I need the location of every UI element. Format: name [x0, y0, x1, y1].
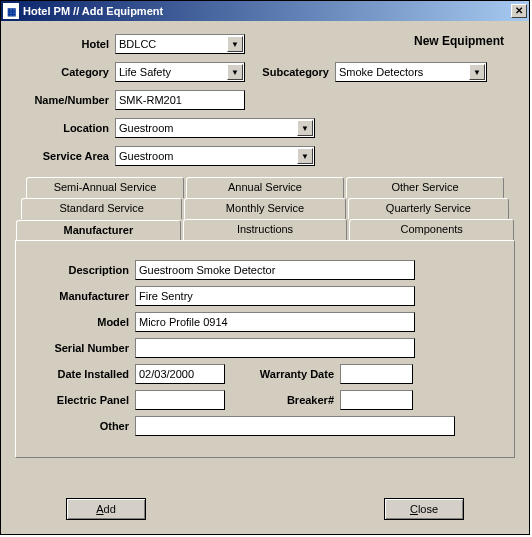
tab-semi-annual-service[interactable]: Semi-Annual Service [26, 177, 184, 198]
service-area-label: Service Area [15, 150, 115, 162]
tab-rows: Semi-Annual Service Annual Service Other… [15, 177, 515, 240]
manufacturer-panel: Description Guestroom Smoke Detector Man… [15, 240, 515, 458]
model-label: Model [30, 316, 135, 328]
dropdown-arrow-icon: ▼ [227, 64, 243, 80]
breaker-label: Breaker# [225, 394, 340, 406]
hotel-label: Hotel [15, 38, 115, 50]
dropdown-arrow-icon: ▼ [297, 120, 313, 136]
electric-panel-label: Electric Panel [30, 394, 135, 406]
window-close-button[interactable]: ✕ [511, 4, 527, 18]
date-installed-value: 02/03/2000 [139, 368, 194, 380]
window-title: Hotel PM // Add Equipment [23, 5, 511, 17]
client-area: Hotel BDLCC ▼ Category Life Safety ▼ Sub… [1, 21, 529, 534]
tab-standard-service[interactable]: Standard Service [21, 198, 182, 219]
title-bar: ▦ Hotel PM // Add Equipment ✕ [1, 1, 529, 21]
category-label: Category [15, 66, 115, 78]
add-button[interactable]: Add [66, 498, 146, 520]
category-select[interactable]: Life Safety ▼ [115, 62, 245, 82]
location-label: Location [15, 122, 115, 134]
name-number-input[interactable]: SMK-RM201 [115, 90, 245, 110]
service-area-select[interactable]: Guestroom ▼ [115, 146, 315, 166]
description-label: Description [30, 264, 135, 276]
serial-number-label: Serial Number [30, 342, 135, 354]
close-button[interactable]: Close [384, 498, 464, 520]
model-input[interactable]: Micro Profile 0914 [135, 312, 415, 332]
breaker-input[interactable] [340, 390, 413, 410]
category-value: Life Safety [119, 66, 171, 78]
model-value: Micro Profile 0914 [139, 316, 228, 328]
date-installed-label: Date Installed [30, 368, 135, 380]
service-area-value: Guestroom [119, 150, 173, 162]
tab-instructions[interactable]: Instructions [183, 219, 348, 240]
hotel-select[interactable]: BDLCC ▼ [115, 34, 245, 54]
description-value: Guestroom Smoke Detector [139, 264, 275, 276]
tab-other-service[interactable]: Other Service [346, 177, 504, 198]
date-installed-input[interactable]: 02/03/2000 [135, 364, 225, 384]
warranty-date-label: Warranty Date [225, 368, 340, 380]
dropdown-arrow-icon: ▼ [227, 36, 243, 52]
subcategory-label: Subcategory [245, 66, 335, 78]
tab-monthly-service[interactable]: Monthly Service [184, 198, 345, 219]
name-number-label: Name/Number [15, 94, 115, 106]
location-value: Guestroom [119, 122, 173, 134]
serial-number-input[interactable] [135, 338, 415, 358]
warranty-date-input[interactable] [340, 364, 413, 384]
tab-area: Semi-Annual Service Annual Service Other… [15, 177, 515, 458]
top-form: Hotel BDLCC ▼ Category Life Safety ▼ Sub… [15, 33, 515, 167]
location-select[interactable]: Guestroom ▼ [115, 118, 315, 138]
tab-manufacturer[interactable]: Manufacturer [16, 220, 181, 241]
dropdown-arrow-icon: ▼ [297, 148, 313, 164]
tab-quarterly-service[interactable]: Quarterly Service [348, 198, 509, 219]
name-number-value: SMK-RM201 [119, 94, 182, 106]
other-label: Other [30, 420, 135, 432]
app-icon: ▦ [3, 3, 19, 19]
manufacturer-value: Fire Sentry [139, 290, 193, 302]
bottom-buttons: Add Close [1, 498, 529, 520]
dropdown-arrow-icon: ▼ [469, 64, 485, 80]
description-input[interactable]: Guestroom Smoke Detector [135, 260, 415, 280]
subcategory-value: Smoke Detectors [339, 66, 423, 78]
manufacturer-input[interactable]: Fire Sentry [135, 286, 415, 306]
tab-annual-service[interactable]: Annual Service [186, 177, 344, 198]
manufacturer-label: Manufacturer [30, 290, 135, 302]
other-input[interactable] [135, 416, 455, 436]
subcategory-select[interactable]: Smoke Detectors ▼ [335, 62, 487, 82]
electric-panel-input[interactable] [135, 390, 225, 410]
hotel-value: BDLCC [119, 38, 156, 50]
tab-components[interactable]: Components [349, 219, 514, 240]
app-window: ▦ Hotel PM // Add Equipment ✕ New Equipm… [0, 0, 530, 535]
